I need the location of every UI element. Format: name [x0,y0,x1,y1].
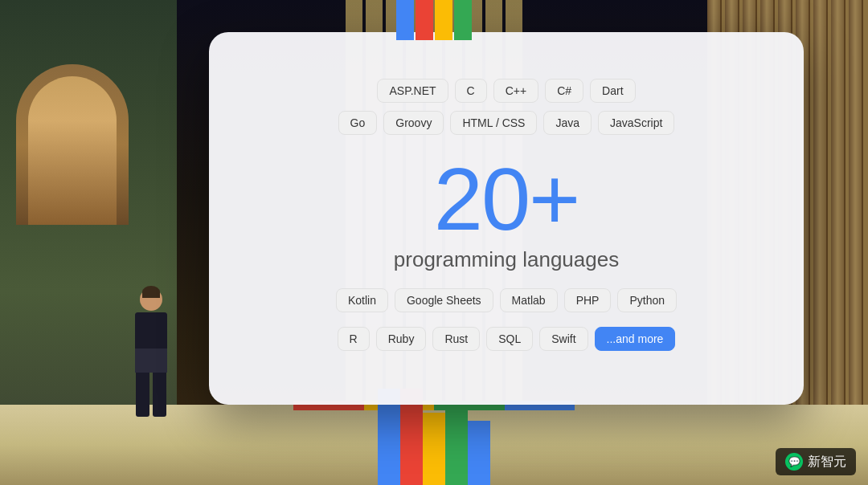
tag-php: PHP [564,288,612,312]
languages-count: 20+ [434,155,579,243]
tag-matlab: Matlab [500,288,558,312]
tag-c: C [455,79,487,103]
blue-bar [396,0,414,40]
wechat-watermark: 💬 新智元 [776,448,856,475]
tag-java: Java [543,111,592,135]
tag-google-sheets: Google Sheets [395,288,493,312]
pillar-green [445,405,468,485]
tag-csharp: C# [545,79,583,103]
person-hair [142,286,160,298]
left-arch [16,64,129,225]
wechat-text: 新智元 [808,454,846,471]
person-head [140,288,162,311]
tag-dart: Dart [590,79,635,103]
red-bar [416,0,433,40]
tag-htmlcss: HTML / CSS [450,111,537,135]
tag-groovy: Groovy [383,111,444,135]
presenter-person [125,288,177,417]
tag-ruby: Ruby [376,327,427,351]
languages-subtitle: programming languages [394,247,619,272]
tag-cpp: C++ [493,79,538,103]
person-leg-left [136,373,149,417]
green-bar [454,0,472,40]
tag-javascript: JavaScript [598,111,674,135]
tag-python: Python [617,288,677,312]
tag-swift: Swift [539,327,588,351]
main-card: ASP.NET C C++ C# Dart Go Groovy HTML / C… [209,32,804,405]
tag-sql: SQL [486,327,533,351]
pillar-yellow [423,413,445,485]
tag-r: R [338,327,370,351]
tag-aspnet: ASP.NET [377,79,448,103]
tag-go: Go [338,111,378,135]
top-color-bars [396,0,472,40]
person-legs [136,373,166,417]
tag-kotlin: Kotlin [336,288,388,312]
wechat-icon: 💬 [785,453,803,471]
left-arch-inner [28,76,117,225]
bottom-tags-row2: R Ruby Rust SQL Swift ...and more [338,327,676,351]
person-jacket [135,312,167,348]
pillar-blue2 [468,421,490,485]
yellow-bar [435,0,452,40]
bottom-tags-row1: Kotlin Google Sheets Matlab PHP Python [336,288,677,312]
wechat-symbol: 💬 [788,456,800,467]
person-body [135,312,167,373]
top-tags-row: ASP.NET C C++ C# Dart [377,79,635,103]
tag-and-more[interactable]: ...and more [595,327,676,351]
middle-tags-row: Go Groovy HTML / CSS Java JavaScript [338,111,675,135]
person-leg-right [153,373,166,417]
tag-rust: Rust [432,327,480,351]
